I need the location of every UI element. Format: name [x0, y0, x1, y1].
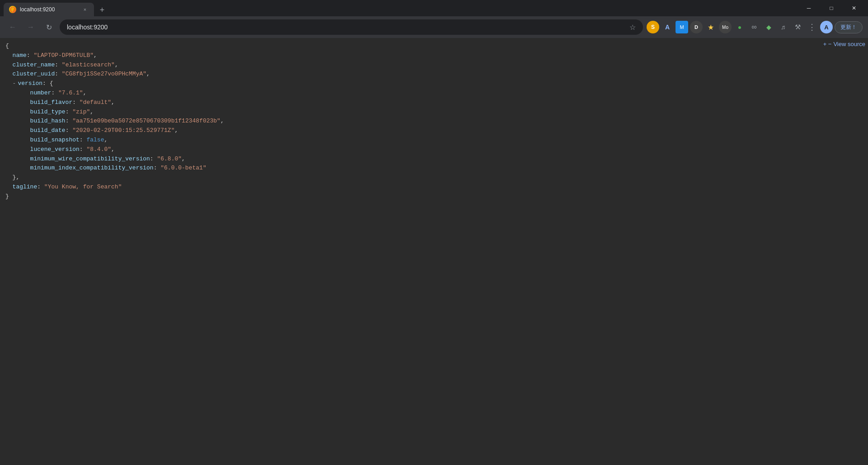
json-line-cluster-uuid: cluster_uuid: "CG8fbj1SSe27vo0PHcMMyA",	[5, 70, 863, 79]
view-source-bar: + − View source	[823, 41, 865, 47]
ext-icon-puzzle[interactable]: ⚒	[791, 21, 804, 33]
forward-button[interactable]: →	[23, 20, 38, 34]
reload-button[interactable]: ↻	[42, 20, 56, 34]
json-line-cluster-name: cluster_name: "elasticsearch",	[5, 61, 863, 70]
new-tab-button[interactable]: +	[96, 4, 108, 16]
ext-icon-7[interactable]: ●	[733, 21, 746, 33]
json-line-version-close: },	[5, 173, 863, 183]
active-tab[interactable]: localhost:9200 ×	[4, 3, 94, 16]
ext-icon-3[interactable]: M	[676, 21, 688, 33]
ext-icon-8[interactable]: ∞	[748, 21, 760, 33]
view-source-link[interactable]: View source	[833, 41, 865, 47]
val-build-flavor: "default"	[80, 99, 111, 106]
val-cluster-name: "elasticsearch"	[62, 61, 115, 68]
extensions-area: S A M D ★ Mo ● ∞ ◆ ♬ ⚒ ⋮ A 更新！	[647, 21, 863, 33]
val-build-type: "zip"	[72, 108, 90, 115]
ext-icon-6[interactable]: Mo	[719, 21, 732, 33]
key-min-wire: minimum_wire_compatibility_version	[30, 155, 150, 162]
close-button[interactable]: ✕	[844, 1, 864, 15]
json-line-number: number: "7.6.1",	[5, 89, 863, 98]
json-line-build-snapshot: build_snapshot: false,	[5, 136, 863, 145]
val-build-date: "2020-02-29T00:15:25.529771Z"	[72, 127, 174, 134]
ext-icon-2[interactable]: A	[661, 21, 674, 33]
ext-icon-4[interactable]: D	[690, 21, 703, 33]
json-line-version-open: -version: {	[5, 79, 863, 89]
tab-favicon	[9, 6, 16, 13]
key-number: number	[30, 89, 52, 96]
bookmark-icon[interactable]: ☆	[629, 23, 636, 32]
val-min-index: "6.0.0-beta1"	[160, 164, 206, 171]
val-name: "LAPTOP-DPM6TULB"	[33, 52, 94, 59]
key-name: name	[13, 52, 27, 59]
ext-icon-menu[interactable]: ⋮	[806, 21, 818, 33]
address-text: localhost:9200	[67, 23, 626, 31]
update-button[interactable]: 更新！	[835, 21, 863, 33]
key-build-date: build_date	[30, 127, 66, 134]
val-number: "7.6.1"	[58, 89, 83, 96]
address-bar[interactable]: localhost:9200 ☆	[60, 19, 643, 35]
nav-bar: ← → ↻ localhost:9200 ☆ S A M D ★ Mo ● ∞ …	[0, 16, 868, 38]
maximize-button[interactable]: □	[821, 1, 842, 15]
json-line-build-type: build_type: "zip",	[5, 108, 863, 117]
minimize-button[interactable]: ─	[798, 1, 819, 15]
val-tagline: "You Know, for Search"	[44, 183, 122, 190]
json-line-min-wire: minimum_wire_compatibility_version: "6.8…	[5, 155, 863, 164]
back-icon: ←	[9, 23, 16, 31]
json-line-tagline: tagline: "You Know, for Search"	[5, 183, 863, 192]
json-line-build-hash: build_hash: "aa751e09be0a5072e8570670309…	[5, 117, 863, 126]
title-bar: localhost:9200 × + ─ □ ✕	[0, 0, 868, 16]
back-button[interactable]: ←	[5, 20, 20, 34]
val-build-snapshot: false	[86, 136, 104, 143]
browser-frame: localhost:9200 × + ─ □ ✕ ← → ↻ localhost…	[0, 0, 868, 465]
window-controls: ─ □ ✕	[798, 1, 864, 15]
val-lucene-version: "8.4.0"	[86, 146, 111, 153]
ext-icon-10[interactable]: ♬	[777, 21, 789, 33]
profile-button[interactable]: A	[820, 21, 833, 33]
val-build-hash: "aa751e09be0a5072e8570670309b1f12348f023…	[72, 117, 221, 124]
tab-area: localhost:9200 × +	[4, 0, 795, 16]
key-build-type: build_type	[30, 108, 66, 115]
key-build-hash: build_hash	[30, 117, 66, 124]
key-build-flavor: build_flavor	[30, 99, 73, 106]
json-line-close-brace: }	[5, 192, 863, 202]
ext-icon-5[interactable]: ★	[704, 21, 717, 33]
key-build-snapshot: build_snapshot	[30, 136, 80, 143]
content-area: + − View source { name: "LAPTOP-DPM6TULB…	[0, 38, 868, 465]
key-cluster-name: cluster_name	[13, 61, 55, 68]
key-cluster-uuid: cluster_uuid	[13, 70, 55, 77]
key-version: version	[18, 80, 42, 87]
view-source-prefix: + −	[823, 41, 832, 47]
collapse-icon-version[interactable]: -	[13, 80, 16, 87]
json-line-build-flavor: build_flavor: "default",	[5, 98, 863, 108]
tab-close-btn[interactable]: ×	[81, 6, 89, 13]
key-tagline: tagline	[13, 183, 38, 190]
forward-icon: →	[27, 23, 34, 31]
key-min-index: minimum_index_compatibility_version	[30, 164, 154, 171]
json-line-min-index: minimum_index_compatibility_version: "6.…	[5, 164, 863, 173]
ext-icon-9[interactable]: ◆	[762, 21, 775, 33]
reload-icon: ↻	[46, 23, 52, 32]
json-line-name: name: "LAPTOP-DPM6TULB",	[5, 51, 863, 61]
val-cluster-uuid: "CG8fbj1SSe27vo0PHcMMyA"	[62, 70, 146, 77]
ext-icon-1[interactable]: S	[647, 21, 659, 33]
json-content: { name: "LAPTOP-DPM6TULB", cluster_name:…	[0, 38, 868, 205]
key-lucene-version: lucene_version	[30, 146, 80, 153]
json-line-lucene-version: lucene_version: "8.4.0",	[5, 145, 863, 155]
json-line-build-date: build_date: "2020-02-29T00:15:25.529771Z…	[5, 126, 863, 136]
json-line-open-brace: {	[5, 42, 863, 51]
tab-title: localhost:9200	[20, 6, 78, 13]
val-min-wire: "6.8.0"	[157, 155, 182, 162]
